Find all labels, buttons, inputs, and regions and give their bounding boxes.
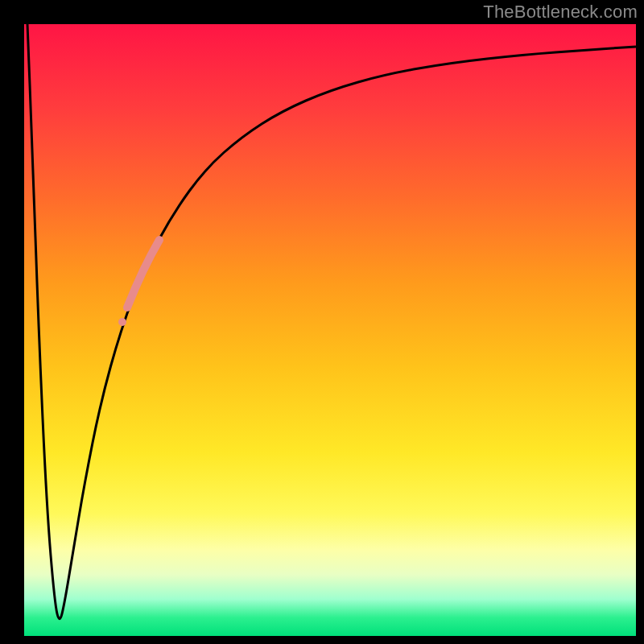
curve-layer <box>24 24 636 636</box>
chart-frame: TheBottleneck.com <box>0 0 644 644</box>
highlight-extra-dot <box>118 318 126 326</box>
watermark-text: TheBottleneck.com <box>483 2 638 23</box>
highlight-segment <box>127 240 159 308</box>
plot-area <box>24 24 636 636</box>
